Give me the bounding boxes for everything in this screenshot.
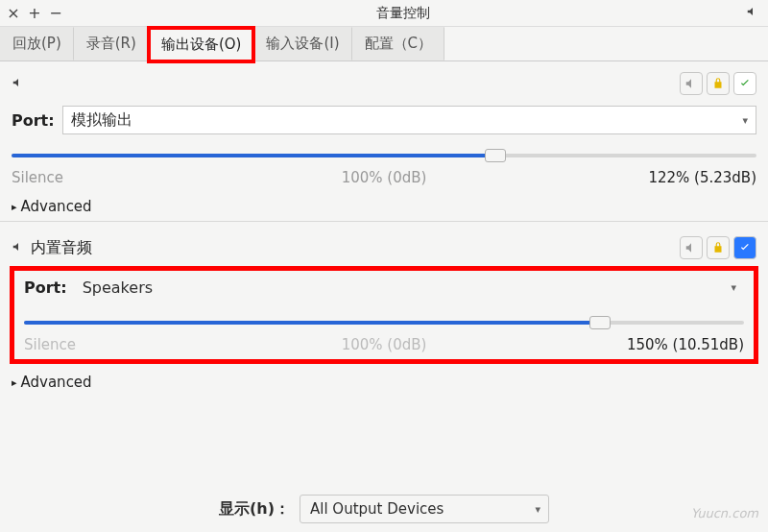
speaker-icon: [12, 239, 25, 257]
device-2-block: 内置音频 Port: Speakers: [0, 226, 768, 391]
device-1-volume-value: 122% (5.23dB): [648, 169, 756, 186]
tab-input-devices[interactable]: 输入设备(I): [253, 27, 351, 60]
port-label: Port:: [12, 111, 55, 130]
highlight-box: Port: Speakers Silence 100% (0dB) 150% (…: [10, 266, 758, 364]
device-2-port-select[interactable]: Speakers: [75, 273, 744, 302]
window-title: 音量控制: [63, 5, 743, 22]
lock-button[interactable]: [707, 72, 730, 95]
port-value: Speakers: [83, 278, 153, 297]
device-1-block: Port: 模拟输出 Silence 100% (0dB) 122% (5.23…: [0, 61, 768, 215]
advanced-label: Advanced: [21, 198, 92, 215]
tab-recording[interactable]: 录音(R): [74, 27, 149, 60]
device-1-port-row: Port: 模拟输出: [12, 106, 756, 134]
silence-label: Silence: [24, 336, 76, 353]
silence-label: Silence: [12, 169, 63, 186]
device-1-advanced-expander[interactable]: Advanced: [12, 198, 756, 215]
minimize-button[interactable]: −: [48, 6, 63, 21]
content-area: Port: 模拟输出 Silence 100% (0dB) 122% (5.23…: [0, 61, 768, 391]
tab-configuration[interactable]: 配置（C）: [352, 27, 444, 60]
device-2-volume-value: 150% (10.51dB): [627, 336, 744, 353]
center-label: 100% (0dB): [342, 336, 427, 353]
port-value: 模拟输出: [71, 110, 132, 131]
device-2-title: 内置音频: [12, 238, 676, 258]
tab-playback[interactable]: 回放(P): [0, 27, 74, 60]
center-label: 100% (0dB): [342, 169, 427, 186]
device-2-advanced-expander[interactable]: Advanced: [12, 374, 756, 391]
divider: [0, 221, 768, 222]
titlebar: × + − 音量控制: [0, 0, 768, 27]
volume-app-icon: [746, 5, 759, 21]
show-filter-value: All Output Devices: [310, 500, 444, 518]
device-1-port-select[interactable]: 模拟输出: [62, 106, 756, 134]
device-1-volume-slider[interactable]: [12, 146, 756, 165]
speaker-icon: [12, 75, 25, 93]
device-2-port-row: Port: Speakers: [24, 273, 744, 302]
mute-button[interactable]: [680, 236, 703, 259]
show-label: 显示(h)：: [219, 499, 290, 520]
default-button[interactable]: [733, 72, 756, 95]
device-2-title-text: 内置音频: [31, 238, 92, 258]
advanced-label: Advanced: [21, 374, 92, 391]
lock-button[interactable]: [707, 236, 730, 259]
default-button[interactable]: [733, 236, 756, 259]
watermark: Yuucn.com: [691, 506, 758, 520]
close-button[interactable]: ×: [6, 6, 21, 21]
tab-output-devices[interactable]: 输出设备(O): [149, 28, 254, 61]
tab-bar: 回放(P) 录音(R) 输出设备(O) 输入设备(I) 配置（C）: [0, 27, 768, 61]
new-button[interactable]: +: [27, 6, 42, 21]
show-filter-select[interactable]: All Output Devices: [300, 495, 549, 523]
device-2-volume-slider[interactable]: [24, 313, 744, 332]
port-label: Port:: [24, 278, 67, 297]
device-1-title: [12, 75, 676, 93]
mute-button[interactable]: [680, 72, 703, 95]
bottom-bar: 显示(h)： All Output Devices: [0, 486, 768, 532]
